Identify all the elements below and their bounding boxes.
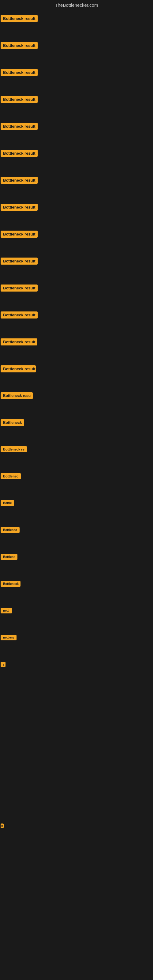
list-item[interactable]: Bottl xyxy=(0,604,153,631)
list-item[interactable]: Bottlene xyxy=(0,631,153,658)
list-item[interactable]: Bottleneck result xyxy=(0,335,153,362)
bottleneck-badge[interactable]: Bottleneck xyxy=(1,419,24,426)
list-item[interactable]: Bottleneck result xyxy=(0,173,153,200)
bottleneck-badge[interactable]: Bottleneck result xyxy=(1,365,36,372)
bottleneck-badge-b[interactable]: B xyxy=(1,824,4,828)
list-item[interactable]: Bottleneck resu xyxy=(0,389,153,415)
list-item[interactable]: Bottleneck result xyxy=(0,92,153,119)
bottleneck-badge[interactable]: Bottleneck result xyxy=(1,123,38,130)
list-item[interactable]: Bottle xyxy=(0,496,153,523)
bottleneck-badge[interactable]: Bottlenec xyxy=(1,527,19,533)
list-item[interactable]: Bottleneck result xyxy=(0,362,153,389)
bottleneck-badge[interactable]: Bottleneck re xyxy=(1,446,27,452)
list-item[interactable]: Bottleneck result xyxy=(0,119,153,146)
bottleneck-list: Bottleneck result Bottleneck result Bott… xyxy=(0,11,153,980)
bottleneck-badge[interactable]: Bottleneck result xyxy=(1,96,38,103)
bottleneck-badge[interactable]: Bottleneck result xyxy=(1,204,38,211)
bottleneck-badge[interactable]: Bottlenec xyxy=(1,473,21,479)
bottleneck-badge[interactable]: Bottleneck result xyxy=(1,69,38,76)
site-header: TheBottlenecker.com xyxy=(0,0,153,11)
bottleneck-badge[interactable]: Bottlene xyxy=(1,554,18,560)
bottleneck-badge[interactable]: Bottleneck result xyxy=(1,231,38,238)
list-item[interactable]: Bottleneck xyxy=(0,415,153,442)
list-item[interactable]: Bottleneck result xyxy=(0,65,153,92)
bottleneck-badge[interactable]: Bottleneck result xyxy=(1,177,38,184)
bottleneck-badge[interactable]: Bottleneck result xyxy=(1,285,38,291)
list-item[interactable]: Bottlenec xyxy=(0,523,153,550)
list-item[interactable]: Bottlenec xyxy=(0,469,153,496)
blank-row xyxy=(0,955,153,980)
blank-row xyxy=(0,766,153,793)
blank-row xyxy=(0,712,153,739)
blank-row xyxy=(0,793,153,820)
blank-row xyxy=(0,739,153,766)
list-item[interactable]: Bottleneck result xyxy=(0,227,153,254)
bottleneck-badge[interactable]: Bottle xyxy=(1,500,14,506)
list-item[interactable]: Bottleneck re xyxy=(0,442,153,469)
list-item[interactable]: Bottleneck xyxy=(0,577,153,604)
blank-row xyxy=(0,847,153,874)
bottleneck-badge[interactable]: Bottl xyxy=(1,608,12,613)
list-item-b[interactable]: B xyxy=(0,820,153,847)
list-item[interactable]: | xyxy=(0,658,153,685)
blank-row xyxy=(0,901,153,928)
bottleneck-badge[interactable]: Bottleneck result xyxy=(1,15,38,22)
bottleneck-badge[interactable]: Bottleneck result xyxy=(1,150,38,157)
list-item[interactable]: Bottleneck result xyxy=(0,308,153,335)
blank-row xyxy=(0,928,153,955)
bottleneck-badge[interactable]: Bottleneck result xyxy=(1,42,38,49)
list-item[interactable]: Bottleneck result xyxy=(0,146,153,173)
list-item[interactable]: Bottleneck result xyxy=(0,254,153,281)
list-item[interactable]: Bottleneck result xyxy=(0,11,153,38)
bottleneck-badge[interactable]: Bottlene xyxy=(1,635,16,640)
list-item[interactable]: Bottleneck result xyxy=(0,281,153,308)
bottleneck-badge[interactable]: Bottleneck result xyxy=(1,339,37,345)
list-item[interactable]: Bottlene xyxy=(0,550,153,577)
list-item[interactable]: Bottleneck result xyxy=(0,38,153,65)
blank-row xyxy=(0,874,153,901)
bottleneck-badge[interactable]: Bottleneck resu xyxy=(1,392,33,399)
bottleneck-badge[interactable]: | xyxy=(1,662,5,667)
list-item[interactable]: Bottleneck result xyxy=(0,200,153,227)
bottleneck-badge[interactable]: Bottleneck result xyxy=(1,312,38,318)
site-title: TheBottlenecker.com xyxy=(55,2,98,8)
blank-row xyxy=(0,685,153,712)
bottleneck-badge[interactable]: Bottleneck result xyxy=(1,258,38,265)
bottleneck-badge[interactable]: Bottleneck xyxy=(1,581,21,587)
